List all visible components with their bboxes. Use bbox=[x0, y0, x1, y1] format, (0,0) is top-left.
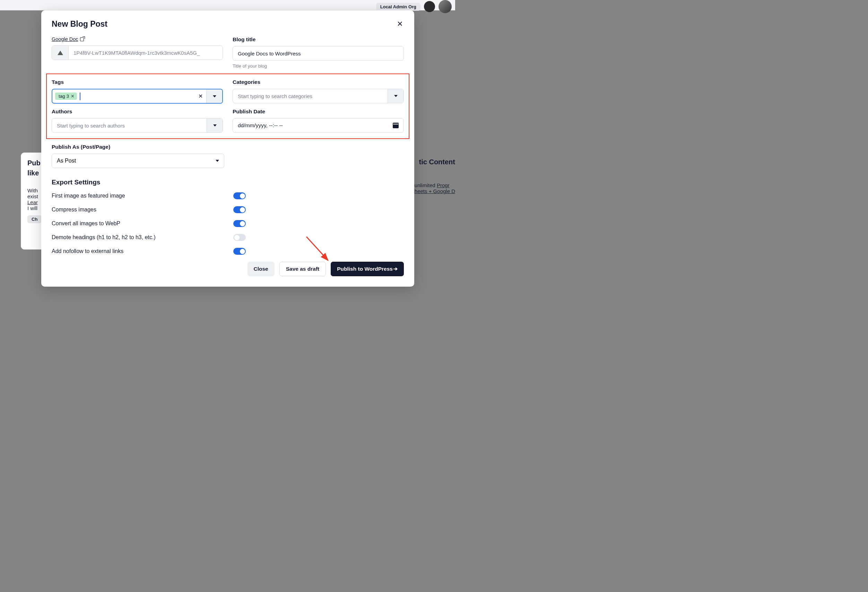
toggle-label-webp: Convert all images to WebP bbox=[52, 220, 233, 227]
toggle-label-compress: Compress images bbox=[52, 207, 233, 213]
toggle-compress-images[interactable] bbox=[233, 206, 246, 213]
bg-settings-circle bbox=[424, 1, 435, 12]
blog-title-label: Blog title bbox=[233, 36, 404, 43]
authors-label: Authors bbox=[52, 108, 223, 115]
tags-label: Tags bbox=[52, 79, 223, 85]
tags-combobox[interactable]: tag 3 ✕ ✕ bbox=[52, 89, 223, 103]
publish-date-value: dd/mm/yyyy, --:-- -- bbox=[238, 123, 283, 128]
close-button[interactable]: Close bbox=[248, 262, 275, 276]
publish-as-select[interactable]: As Post bbox=[52, 154, 224, 168]
bg-header: Local Admin Org bbox=[0, 0, 455, 10]
calendar-icon[interactable] bbox=[393, 123, 399, 128]
chevron-down-icon bbox=[394, 95, 398, 97]
tags-clear-icon[interactable]: ✕ bbox=[195, 89, 206, 103]
authors-combobox[interactable]: Start typing to search authors bbox=[52, 118, 223, 133]
toggle-nofollow[interactable] bbox=[233, 248, 246, 255]
highlight-box: Tags tag 3 ✕ ✕ Categories bbox=[46, 74, 409, 139]
modal-title: New Blog Post bbox=[52, 19, 108, 29]
tag-chip: tag 3 ✕ bbox=[55, 93, 77, 100]
arrow-right-icon bbox=[396, 267, 398, 271]
authors-dropdown-button[interactable] bbox=[207, 118, 223, 132]
blog-title-input[interactable] bbox=[233, 46, 403, 60]
publish-as-value: As Post bbox=[57, 158, 76, 164]
avatar bbox=[438, 0, 452, 13]
new-blog-post-modal: New Blog Post ✕ Google Doc Blog title Ti… bbox=[41, 10, 414, 286]
chevron-down-icon bbox=[213, 95, 216, 97]
publish-button[interactable]: Publish to WordPress bbox=[331, 262, 404, 276]
toggle-label-demote: Demote headings (h1 to h2, h2 to h3, etc… bbox=[52, 234, 233, 241]
categories-placeholder: Start typing to search categories bbox=[236, 93, 312, 99]
publish-as-label: Publish As (Post/Page) bbox=[52, 144, 404, 150]
close-icon[interactable]: ✕ bbox=[396, 19, 404, 28]
text-cursor bbox=[80, 93, 80, 100]
google-doc-input-group bbox=[52, 46, 223, 60]
google-doc-link[interactable]: Google Doc bbox=[52, 36, 223, 42]
save-draft-button[interactable]: Save as draft bbox=[279, 262, 326, 276]
chevron-down-icon bbox=[216, 160, 219, 162]
bg-right-lines: unlimited Progr heets + Google D bbox=[415, 182, 455, 194]
toggle-label-featured: First image as featured image bbox=[52, 193, 233, 199]
categories-combobox[interactable]: Start typing to search categories bbox=[233, 89, 404, 103]
publish-date-label: Publish Date bbox=[233, 108, 404, 115]
org-pill: Local Admin Org bbox=[376, 3, 421, 11]
external-link-icon bbox=[80, 37, 84, 41]
export-settings-title: Export Settings bbox=[52, 179, 404, 186]
tag-remove-icon[interactable]: ✕ bbox=[71, 94, 75, 99]
blog-title-help: Title of your blog bbox=[233, 63, 404, 69]
chevron-down-icon bbox=[213, 124, 217, 127]
bg-right-title: tic Content bbox=[419, 158, 455, 166]
categories-label: Categories bbox=[233, 79, 404, 85]
publish-date-input[interactable]: dd/mm/yyyy, --:-- -- bbox=[233, 118, 404, 133]
toggle-featured-image[interactable] bbox=[233, 192, 246, 199]
categories-dropdown-button[interactable] bbox=[388, 89, 403, 103]
toggle-label-nofollow: Add nofollow to external links bbox=[52, 248, 233, 254]
drive-icon bbox=[52, 46, 69, 60]
google-doc-id-input[interactable] bbox=[69, 46, 223, 60]
toggle-demote-headings[interactable] bbox=[233, 234, 246, 241]
tags-dropdown-button[interactable] bbox=[206, 89, 222, 103]
toggle-webp[interactable] bbox=[233, 220, 246, 227]
authors-placeholder: Start typing to search authors bbox=[55, 123, 125, 128]
